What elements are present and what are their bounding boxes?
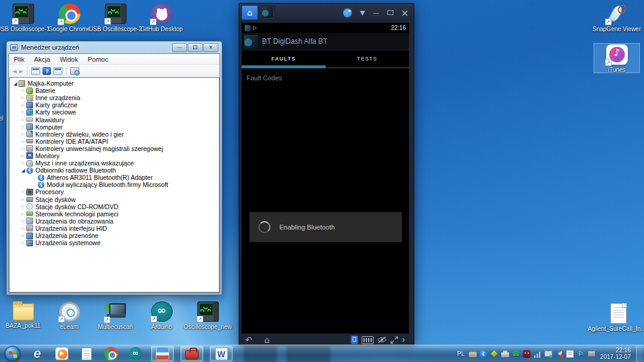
clock[interactable]: 22:16 2017-12-07	[600, 347, 631, 360]
menu-widok[interactable]: Widok	[55, 56, 83, 63]
desktop-icon-itunes[interactable]: ↗iTunes	[594, 43, 640, 73]
expander-icon[interactable]: ▷	[20, 189, 26, 194]
close-button[interactable]: ✕	[203, 43, 218, 52]
taskbar-button-start[interactable]	[4, 346, 22, 361]
minimize-button[interactable]: —	[172, 43, 187, 52]
network-icon[interactable]	[544, 350, 552, 358]
tab-tests[interactable]: TESTS	[326, 50, 410, 67]
tree-item-procesory[interactable]: ▷Procesory	[10, 188, 219, 195]
emulator-minimize-button[interactable]: —	[373, 10, 380, 16]
forward-icon[interactable]: ►	[19, 68, 24, 74]
tree-item-baterie[interactable]: ▷Baterie	[10, 87, 219, 94]
flag-icon[interactable]: ⚐	[577, 350, 585, 358]
tree-item-klawiatury[interactable]: ▷Klawiatury	[10, 116, 219, 123]
maximize-button[interactable]	[188, 43, 203, 52]
tree-item-karty-sieciowe[interactable]: ▷Karty sieciowe	[10, 108, 219, 116]
desktop-icon-snapgene-viewer[interactable]: ↗SnapGene Viewer	[594, 2, 640, 32]
volume-muted-icon[interactable]	[555, 350, 563, 358]
expander-icon[interactable]: ◢	[12, 81, 19, 86]
tree-item-kontrolery-d-wi-ku-wideo-i-gier[interactable]: ▷Kontrolery dźwięku, wideo i gier	[10, 131, 219, 138]
menu-akcja[interactable]: Akcja	[29, 56, 55, 63]
tree-item-mysz-i-inne-urz-dzenia-wskazuj-ce[interactable]: ▷Mysz i inne urządzenia wskazujące	[10, 159, 219, 167]
scheduler-icon[interactable]	[566, 350, 574, 358]
tree-item-karty-graficzne[interactable]: ▷Karty graficzne	[10, 101, 219, 108]
phone-icon[interactable]: ☎	[512, 350, 520, 358]
tree-item-modu-wyliczaj-cy-bluetooth-firmy-microsoft[interactable]: Moduł wyliczający Bluetooth firmy Micros…	[10, 181, 219, 188]
expander-icon[interactable]: ▷	[20, 132, 26, 137]
taskbar-button-bluestacks[interactable]	[151, 346, 174, 361]
emulator-app-tab[interactable]	[259, 5, 275, 20]
fullscreen-icon[interactable]	[390, 336, 398, 344]
expander-icon[interactable]: ▷	[20, 139, 26, 144]
expander-icon[interactable]: ▷	[20, 102, 26, 107]
desktop-icon-agilent-surecall-in[interactable]: Agilent_SureCall_In...	[594, 302, 640, 332]
messenger-icon[interactable]	[523, 350, 531, 358]
tree-item-urz-dzenia-przeno-ne[interactable]: ▷Urządzenia przenośne	[10, 232, 219, 239]
back-icon[interactable]: ↶	[245, 336, 252, 344]
desktop-icon-github-desktop[interactable]: ↗GitHub Desktop	[139, 2, 185, 32]
desktop-icon-usb-oscilloscope-1[interactable]: ↗USB Oscilloscope-1	[0, 2, 46, 32]
tree-item-stacje-dysk-w[interactable]: ▷Stacje dysków	[10, 196, 219, 203]
taskbar-button-device-manager[interactable]	[180, 346, 203, 361]
console-tree-icon[interactable]	[31, 67, 40, 75]
expander-icon[interactable]: ▷	[20, 146, 26, 151]
tree-item-kontrolery-uniwersalnej-magistrali-szeregowej[interactable]: ▷Kontrolery uniwersalnej magistrali szer…	[10, 145, 219, 152]
emulator-home-tab[interactable]: ⌂	[242, 5, 258, 20]
expander-icon[interactable]: ▷	[20, 117, 26, 122]
show-desktop-button[interactable]	[636, 345, 643, 362]
hide-controls-icon[interactable]	[377, 336, 387, 343]
back-icon[interactable]: ◄	[12, 68, 17, 74]
record-icon[interactable]	[343, 8, 352, 17]
desktop-icon-baza-pok11[interactable]: BAZA_pok11	[0, 300, 46, 330]
briefcase-icon[interactable]	[469, 352, 477, 357]
desktop-icon-oscilloscope-new[interactable]: ↗Oscilloscope_new	[185, 300, 231, 330]
taskbar-button-document[interactable]	[77, 346, 95, 361]
signal-icon[interactable]	[534, 350, 541, 358]
sidebar-expand-icon[interactable]: ›	[402, 336, 405, 344]
expander-icon[interactable]: ▷	[20, 197, 26, 202]
desktop-icon-google-chrome[interactable]: ↗Google Chrome	[46, 2, 92, 32]
properties-icon[interactable]	[53, 67, 62, 75]
emulator-maximize-button[interactable]	[387, 10, 393, 15]
language-indicator[interactable]: PL	[458, 351, 465, 357]
expander-icon[interactable]: ▷	[20, 219, 26, 224]
menu-pomoc[interactable]: Pomoc	[83, 56, 113, 63]
tree-item-majka-komputer[interactable]: ◢Majka-Komputer	[10, 80, 219, 87]
tree-item-monitory[interactable]: ▷Monitory	[10, 152, 219, 159]
diamond-icon[interactable]	[490, 350, 498, 358]
expander-icon[interactable]: ◢	[20, 168, 26, 173]
expander-icon[interactable]: ▷	[20, 226, 26, 231]
tree-item-inne-urz-dzenia[interactable]: ▷Inne urządzenia	[10, 94, 219, 101]
tree-item-kontrolery-ide-ata-atapi[interactable]: ▷Kontrolery IDE ATA/ATAPI	[10, 138, 219, 145]
menu-plik[interactable]: Plik	[9, 56, 29, 63]
desktop-icon-elearn[interactable]: ↗eLearn	[46, 300, 92, 330]
tab-faults[interactable]: FAULTS	[242, 50, 326, 67]
tree-item-urz-dzenia-systemowe[interactable]: ▷Urządzenia systemowe	[10, 239, 219, 246]
keyboard-toggle-icon[interactable]	[351, 336, 358, 344]
desktop-icon-multiecuscan[interactable]: ↗Multiecuscan	[92, 300, 139, 330]
desktop-icon-arduino[interactable]: ↗Arduino	[139, 300, 185, 330]
expander-icon[interactable]: ▷	[20, 233, 26, 238]
expander-icon[interactable]: ▷	[20, 212, 26, 216]
expander-icon[interactable]: ▷	[20, 161, 26, 165]
bluetooth-icon[interactable]	[480, 350, 487, 358]
taskbar-button-chrome[interactable]	[102, 346, 120, 361]
home-icon[interactable]: ⌂	[264, 336, 270, 345]
expander-icon[interactable]: ▷	[20, 240, 26, 245]
taskbar-button-arduino[interactable]: ∞	[127, 346, 145, 361]
taskbar-button-media-player[interactable]	[53, 346, 71, 361]
keyboard-icon[interactable]	[362, 336, 374, 344]
expander-icon[interactable]: ▷	[20, 204, 26, 209]
expander-icon[interactable]: ▷	[20, 95, 26, 100]
printer-icon[interactable]	[501, 352, 509, 357]
tree-item-urz-dzenia-do-obrazowania[interactable]: ▷Urządzenia do obrazowania	[10, 218, 219, 225]
expander-icon[interactable]: ▷	[20, 88, 26, 93]
emulator-titlebar[interactable]: ⌂ ▼ — ×	[239, 4, 414, 22]
emulator-close-button[interactable]: ×	[401, 10, 409, 16]
scan-hardware-icon[interactable]	[70, 67, 79, 75]
display-icon[interactable]	[588, 350, 595, 358]
menu-chevron-icon[interactable]: ▼	[360, 10, 365, 16]
tree-item-atheros-ar3011-bluetooth-r-adapter[interactable]: Atheros AR3011 Bluetooth(R) Adapter	[10, 174, 219, 181]
taskbar-button-word[interactable]: W	[210, 346, 233, 361]
tree-item-stacje-dysk-w-cd-rom-dvd[interactable]: ▷Stacje dysków CD-ROM/DVD	[10, 203, 219, 210]
